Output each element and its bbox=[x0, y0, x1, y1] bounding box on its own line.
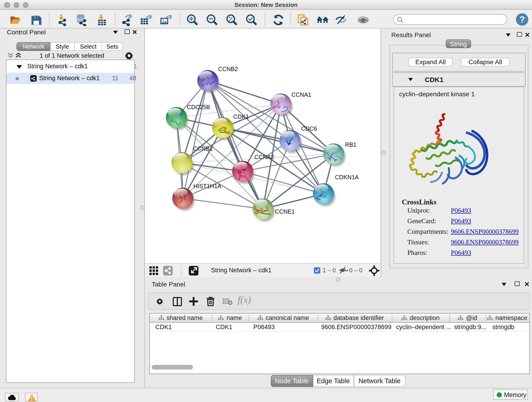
svg-text:CCNE1: CCNE1 bbox=[275, 208, 295, 215]
svg-text:CCNA1: CCNA1 bbox=[291, 91, 311, 98]
svg-text:CDK1: CDK1 bbox=[233, 114, 249, 120]
svg-text:?: ? bbox=[519, 14, 525, 24]
svg-text:CDC6: CDC6 bbox=[301, 125, 317, 132]
svg-text:HIST1H1A: HIST1H1A bbox=[193, 183, 222, 189]
svg-text:CCNB2: CCNB2 bbox=[218, 66, 238, 72]
svg-text:CDKN1A: CDKN1A bbox=[335, 174, 359, 180]
svg-text:CCNB1: CCNB1 bbox=[193, 145, 213, 152]
svg-text:CCNA2: CCNA2 bbox=[254, 154, 274, 160]
svg-text:CDC25B: CDC25B bbox=[187, 104, 210, 110]
svg-text:RB1: RB1 bbox=[345, 141, 356, 148]
